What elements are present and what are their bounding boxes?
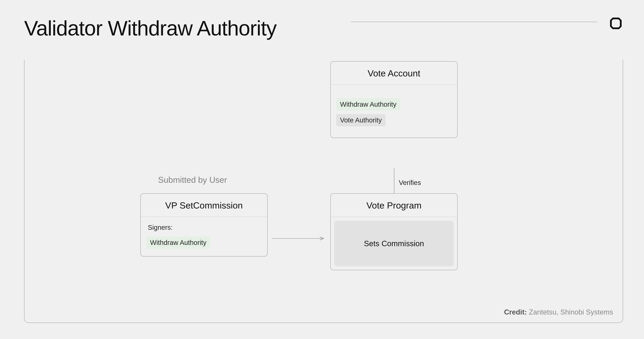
node-body: Signers: Withdraw Authority (141, 217, 267, 256)
edge-label-verifies: Verifies (399, 179, 421, 187)
page-title: Validator Withdraw Authority (24, 16, 276, 40)
node-vp-setcommission: VP SetCommission Signers: Withdraw Autho… (140, 193, 268, 256)
chip-withdraw-authority: Withdraw Authority (336, 98, 400, 111)
credit-line: Credit: Zantetsu, Shinobi Systems (504, 308, 613, 316)
node-title: VP SetCommission (141, 194, 267, 217)
node-title: Vote Account (331, 62, 457, 85)
caption-submitted-by-user: Submitted by User (158, 175, 227, 185)
edge-vote-account-to-program (394, 168, 394, 193)
action-sets-commission: Sets Commission (334, 221, 454, 266)
credit-label: Credit: (504, 308, 527, 316)
node-vote-program: Vote Program Sets Commission (330, 193, 458, 270)
brand-logo-icon (608, 16, 623, 31)
node-title: Vote Program (331, 194, 457, 217)
chip-signer-withdraw-authority: Withdraw Authority (146, 236, 210, 249)
node-body: Withdraw Authority Vote Authority (331, 85, 457, 138)
node-vote-account: Vote Account Withdraw Authority Vote Aut… (330, 61, 458, 138)
header-divider (351, 22, 597, 22)
credit-value: Zantetsu, Shinobi Systems (529, 308, 613, 316)
arrow-setcommission-to-program (272, 235, 326, 242)
diagram-frame: Vote Account Withdraw Authority Vote Aut… (24, 60, 623, 323)
chip-vote-authority: Vote Authority (336, 114, 386, 126)
diagram: Vote Account Withdraw Authority Vote Aut… (24, 60, 623, 322)
signers-label: Signers: (146, 222, 262, 235)
